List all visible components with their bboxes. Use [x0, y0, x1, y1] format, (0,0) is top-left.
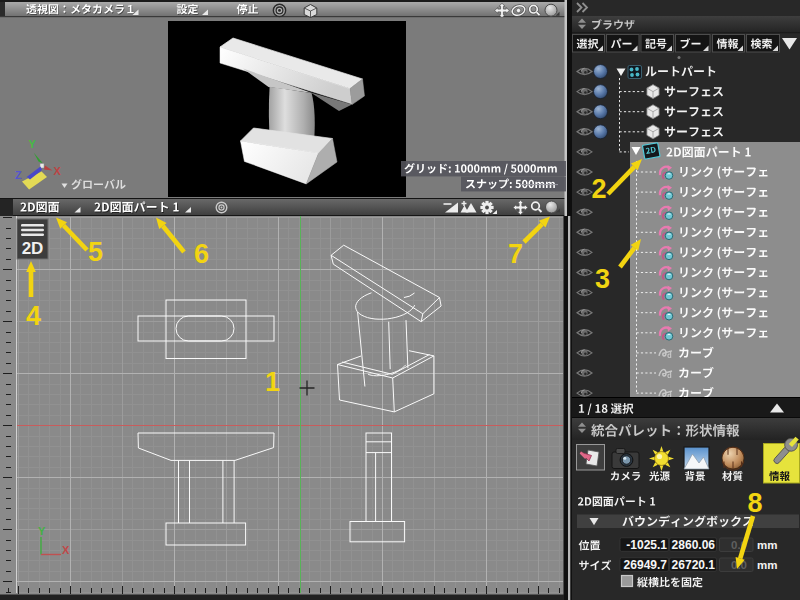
svg-text:1: 1 — [265, 367, 280, 397]
svg-text:3: 3 — [595, 264, 610, 294]
svg-text:Y: Y — [29, 138, 37, 150]
svg-text:6: 6 — [194, 239, 209, 269]
svg-text:5: 5 — [88, 237, 103, 267]
svg-text:mm: mm — [757, 559, 777, 571]
svg-text:Z: Z — [15, 169, 22, 181]
svg-text:-1025.1: -1025.1 — [626, 538, 667, 552]
svg-text:26949.7: 26949.7 — [624, 558, 668, 572]
svg-text:2: 2 — [591, 174, 606, 204]
svg-text:26720.1: 26720.1 — [672, 558, 716, 572]
svg-text:mm: mm — [757, 539, 777, 551]
svg-text:X: X — [62, 544, 70, 556]
svg-text:4: 4 — [26, 301, 41, 331]
svg-text:2860.06: 2860.06 — [672, 538, 716, 552]
svg-text:7: 7 — [508, 239, 523, 269]
svg-text:2D: 2D — [22, 239, 44, 258]
svg-text:Y: Y — [38, 525, 46, 537]
svg-text:8: 8 — [747, 488, 762, 518]
svg-text:X: X — [54, 165, 62, 177]
